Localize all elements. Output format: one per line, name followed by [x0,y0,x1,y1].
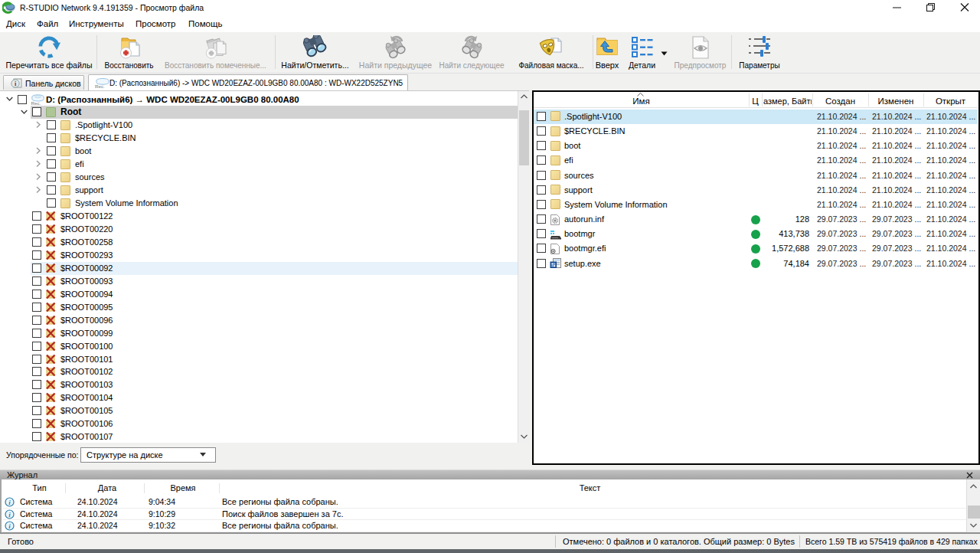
svg-text:Rec.: Rec. [31,100,41,106]
svg-text:Rec.: Rec. [95,83,105,89]
